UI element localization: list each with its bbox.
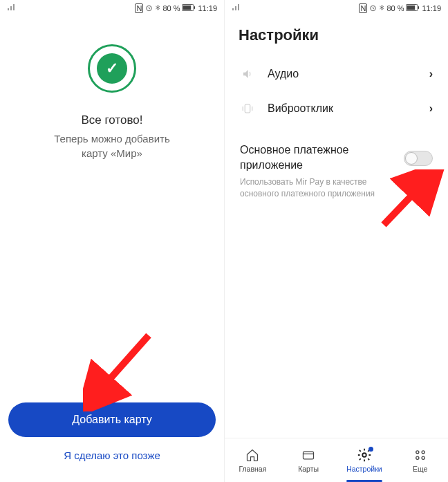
vibration-icon (240, 101, 255, 116)
nav-label: Карты (298, 465, 319, 473)
svg-point-17 (422, 456, 424, 459)
svg-rect-3 (194, 6, 196, 9)
checkmark-icon: ✓ (106, 59, 118, 77)
screen-card-added: N 80 % 11:19 ✓ Все готово! Теперь можно … (0, 0, 224, 482)
toggle-description: Использовать Mir Pay в качестве основног… (240, 176, 433, 200)
signal-icon (7, 4, 17, 12)
nav-label: Еще (413, 465, 427, 473)
success-icon: ✓ (88, 44, 136, 93)
svg-point-16 (416, 456, 418, 459)
svg-rect-2 (183, 6, 192, 10)
status-bar: N 80 % 11:19 (225, 0, 448, 17)
audio-icon (240, 66, 255, 82)
switch-knob (405, 152, 418, 165)
settings-row-label: Виброотклик (268, 102, 429, 115)
chevron-right-icon: › (429, 102, 433, 115)
battery-percent: 80 % (386, 4, 404, 12)
page-title: Настройки (225, 17, 448, 57)
bluetooth-icon (155, 3, 160, 13)
svg-rect-7 (407, 6, 416, 10)
ready-title: Все готово! (82, 113, 143, 127)
ready-subtitle: Теперь можно добавить карту «Мир» (54, 131, 169, 160)
settings-row-audio[interactable]: Аудио › (230, 57, 442, 91)
alarm-icon (145, 4, 153, 13)
bottom-nav: Главная Карты Настройки Еще (225, 438, 448, 482)
svg-point-15 (422, 450, 424, 453)
svg-rect-8 (418, 6, 420, 9)
svg-rect-11 (304, 452, 314, 459)
battery-icon (406, 4, 420, 12)
signal-icon (232, 4, 241, 12)
nfc-icon: N (359, 3, 367, 13)
chevron-right-icon: › (429, 68, 433, 80)
settings-row-vibro[interactable]: Виброотклик › (230, 91, 442, 126)
default-payment-app-block: Основное платежное приложение Использова… (225, 138, 448, 203)
default-payment-toggle[interactable] (404, 151, 433, 166)
svg-point-13 (362, 453, 366, 457)
settings-row-label: Аудио (268, 68, 429, 80)
nav-settings[interactable]: Настройки (337, 438, 393, 482)
notification-dot (368, 447, 373, 452)
battery-percent: 80 % (162, 4, 180, 12)
battery-icon (182, 4, 196, 12)
nfc-icon: N (135, 3, 143, 13)
svg-rect-9 (245, 104, 250, 113)
status-bar: N 80 % 11:19 (0, 0, 224, 17)
do-later-button[interactable]: Я сделаю это позже (8, 437, 216, 465)
cards-icon (301, 448, 316, 462)
alarm-icon (369, 4, 377, 13)
home-icon (245, 448, 260, 462)
screen-settings: N 80 % 11:19 Настройки Аудио › (224, 0, 448, 482)
svg-point-14 (416, 450, 418, 453)
nav-label: Главная (239, 465, 266, 473)
bluetooth-icon (379, 3, 384, 13)
gear-icon (357, 448, 372, 462)
more-icon (413, 448, 428, 462)
nav-more[interactable]: Еще (392, 438, 448, 482)
add-card-button[interactable]: Добавить карту (8, 402, 216, 437)
nav-cards[interactable]: Карты (281, 438, 337, 482)
status-time: 11:19 (422, 4, 441, 12)
nav-label: Настройки (346, 465, 382, 473)
status-time: 11:19 (198, 4, 217, 12)
nav-home[interactable]: Главная (225, 438, 281, 482)
